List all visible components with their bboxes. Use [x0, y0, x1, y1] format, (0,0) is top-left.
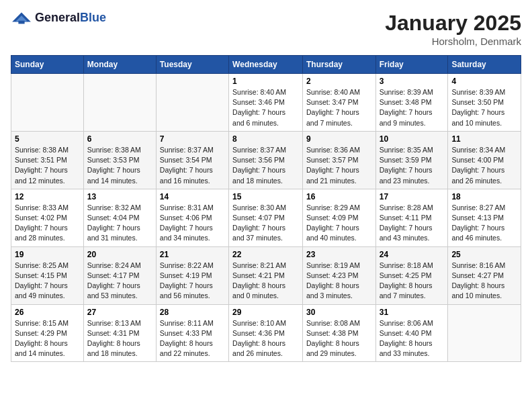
day-info: Sunrise: 8:33 AMSunset: 4:02 PMDaylight:…: [15, 203, 80, 244]
day-number: 5: [15, 134, 80, 144]
week-row-5: 26Sunrise: 8:15 AMSunset: 4:29 PMDayligh…: [11, 304, 521, 362]
week-row-4: 19Sunrise: 8:25 AMSunset: 4:15 PMDayligh…: [11, 246, 521, 304]
day-cell: 21Sunrise: 8:22 AMSunset: 4:19 PMDayligh…: [156, 246, 228, 304]
day-info: Sunrise: 8:37 AMSunset: 3:54 PMDaylight:…: [160, 145, 225, 186]
day-info: Sunrise: 8:24 AMSunset: 4:17 PMDaylight:…: [87, 261, 152, 302]
location: Horsholm, Denmark: [385, 36, 521, 47]
day-info: Sunrise: 8:25 AMSunset: 4:15 PMDaylight:…: [15, 261, 80, 302]
day-cell: 1Sunrise: 8:40 AMSunset: 3:46 PMDaylight…: [229, 74, 303, 132]
day-cell: 28Sunrise: 8:11 AMSunset: 4:33 PMDayligh…: [156, 304, 228, 362]
day-info: Sunrise: 8:38 AMSunset: 3:51 PMDaylight:…: [15, 145, 80, 186]
week-row-1: 1Sunrise: 8:40 AMSunset: 3:46 PMDaylight…: [11, 74, 521, 132]
day-number: 22: [232, 250, 299, 259]
day-info: Sunrise: 8:22 AMSunset: 4:19 PMDaylight:…: [160, 261, 225, 302]
day-number: 29: [232, 308, 299, 317]
day-cell: [83, 74, 156, 132]
day-info: Sunrise: 8:19 AMSunset: 4:23 PMDaylight:…: [306, 261, 372, 302]
page-header: General Blue January 2025 Horsholm, Denm…: [11, 11, 521, 47]
day-info: Sunrise: 8:38 AMSunset: 3:53 PMDaylight:…: [87, 145, 152, 186]
day-cell: 30Sunrise: 8:08 AMSunset: 4:38 PMDayligh…: [302, 304, 375, 362]
day-info: Sunrise: 8:27 AMSunset: 4:13 PMDaylight:…: [451, 203, 517, 244]
day-cell: 8Sunrise: 8:37 AMSunset: 3:56 PMDaylight…: [229, 131, 303, 189]
day-number: 4: [451, 77, 517, 86]
day-info: Sunrise: 8:39 AMSunset: 3:48 PMDaylight:…: [380, 87, 445, 128]
day-cell: 10Sunrise: 8:35 AMSunset: 3:59 PMDayligh…: [375, 131, 448, 189]
day-number: 12: [15, 192, 80, 201]
day-cell: 15Sunrise: 8:30 AMSunset: 4:07 PMDayligh…: [229, 189, 303, 246]
day-info: Sunrise: 8:11 AMSunset: 4:33 PMDaylight:…: [160, 318, 225, 359]
day-cell: 5Sunrise: 8:38 AMSunset: 3:51 PMDaylight…: [11, 131, 84, 189]
day-info: Sunrise: 8:34 AMSunset: 4:00 PMDaylight:…: [451, 145, 517, 186]
day-number: 31: [380, 308, 445, 317]
day-cell: 11Sunrise: 8:34 AMSunset: 4:00 PMDayligh…: [448, 131, 521, 189]
day-number: 1: [232, 77, 299, 86]
day-number: 28: [160, 308, 225, 317]
day-number: 18: [451, 192, 517, 201]
week-row-2: 5Sunrise: 8:38 AMSunset: 3:51 PMDaylight…: [11, 131, 521, 189]
day-info: Sunrise: 8:39 AMSunset: 3:50 PMDaylight:…: [451, 87, 517, 128]
day-header-tuesday: Tuesday: [156, 56, 228, 74]
day-info: Sunrise: 8:16 AMSunset: 4:27 PMDaylight:…: [451, 261, 517, 302]
day-number: 27: [87, 308, 152, 317]
day-cell: [11, 74, 84, 132]
day-cell: 24Sunrise: 8:18 AMSunset: 4:25 PMDayligh…: [375, 246, 448, 304]
day-cell: 25Sunrise: 8:16 AMSunset: 4:27 PMDayligh…: [448, 246, 521, 304]
day-cell: 20Sunrise: 8:24 AMSunset: 4:17 PMDayligh…: [83, 246, 156, 304]
day-number: 14: [160, 192, 225, 201]
day-number: 15: [232, 192, 299, 201]
day-number: 6: [87, 134, 152, 144]
day-header-monday: Monday: [83, 56, 156, 74]
day-info: Sunrise: 8:35 AMSunset: 3:59 PMDaylight:…: [380, 145, 445, 186]
day-info: Sunrise: 8:40 AMSunset: 3:47 PMDaylight:…: [306, 87, 372, 128]
day-number: 19: [15, 250, 80, 259]
day-number: 7: [160, 134, 225, 144]
day-cell: 12Sunrise: 8:33 AMSunset: 4:02 PMDayligh…: [11, 189, 84, 246]
day-number: 3: [380, 77, 445, 86]
day-cell: 26Sunrise: 8:15 AMSunset: 4:29 PMDayligh…: [11, 304, 84, 362]
day-cell: 19Sunrise: 8:25 AMSunset: 4:15 PMDayligh…: [11, 246, 84, 304]
day-number: 26: [15, 308, 80, 317]
day-number: 23: [306, 250, 372, 259]
calendar-header: SundayMondayTuesdayWednesdayThursdayFrid…: [11, 56, 521, 74]
day-header-saturday: Saturday: [448, 56, 521, 74]
logo: General Blue: [11, 11, 106, 25]
day-cell: [156, 74, 228, 132]
day-cell: 29Sunrise: 8:10 AMSunset: 4:36 PMDayligh…: [229, 304, 303, 362]
day-info: Sunrise: 8:08 AMSunset: 4:38 PMDaylight:…: [306, 318, 372, 359]
day-number: 11: [451, 134, 517, 144]
day-number: 21: [160, 250, 225, 259]
title-block: January 2025 Horsholm, Denmark: [385, 11, 521, 47]
day-info: Sunrise: 8:10 AMSunset: 4:36 PMDaylight:…: [232, 318, 299, 359]
day-info: Sunrise: 8:40 AMSunset: 3:46 PMDaylight:…: [232, 87, 299, 128]
day-number: 25: [451, 250, 517, 259]
day-info: Sunrise: 8:31 AMSunset: 4:06 PMDaylight:…: [160, 203, 225, 244]
day-info: Sunrise: 8:37 AMSunset: 3:56 PMDaylight:…: [232, 145, 299, 186]
week-row-3: 12Sunrise: 8:33 AMSunset: 4:02 PMDayligh…: [11, 189, 521, 246]
day-number: 30: [306, 308, 372, 317]
day-cell: 23Sunrise: 8:19 AMSunset: 4:23 PMDayligh…: [302, 246, 375, 304]
calendar-body: 1Sunrise: 8:40 AMSunset: 3:46 PMDaylight…: [11, 74, 521, 362]
day-info: Sunrise: 8:36 AMSunset: 3:57 PMDaylight:…: [306, 145, 372, 186]
day-info: Sunrise: 8:18 AMSunset: 4:25 PMDaylight:…: [380, 261, 445, 302]
day-cell: 6Sunrise: 8:38 AMSunset: 3:53 PMDaylight…: [83, 131, 156, 189]
day-cell: 2Sunrise: 8:40 AMSunset: 3:47 PMDaylight…: [302, 74, 375, 132]
day-cell: 22Sunrise: 8:21 AMSunset: 4:21 PMDayligh…: [229, 246, 303, 304]
day-cell: 4Sunrise: 8:39 AMSunset: 3:50 PMDaylight…: [448, 74, 521, 132]
day-number: 13: [87, 192, 152, 201]
day-cell: 16Sunrise: 8:29 AMSunset: 4:09 PMDayligh…: [302, 189, 375, 246]
day-header-sunday: Sunday: [11, 56, 84, 74]
day-info: Sunrise: 8:13 AMSunset: 4:31 PMDaylight:…: [87, 318, 152, 359]
day-number: 16: [306, 192, 372, 201]
svg-rect-2: [18, 20, 24, 24]
day-info: Sunrise: 8:06 AMSunset: 4:40 PMDaylight:…: [380, 318, 445, 359]
day-cell: 31Sunrise: 8:06 AMSunset: 4:40 PMDayligh…: [375, 304, 448, 362]
day-info: Sunrise: 8:29 AMSunset: 4:09 PMDaylight:…: [306, 203, 372, 244]
logo-icon: [11, 11, 32, 25]
day-number: 17: [380, 192, 445, 201]
day-cell: 14Sunrise: 8:31 AMSunset: 4:06 PMDayligh…: [156, 189, 228, 246]
day-number: 20: [87, 250, 152, 259]
day-cell: 18Sunrise: 8:27 AMSunset: 4:13 PMDayligh…: [448, 189, 521, 246]
logo-blue: Blue: [80, 11, 106, 25]
month-title: January 2025: [385, 11, 521, 36]
day-cell: 3Sunrise: 8:39 AMSunset: 3:48 PMDaylight…: [375, 74, 448, 132]
